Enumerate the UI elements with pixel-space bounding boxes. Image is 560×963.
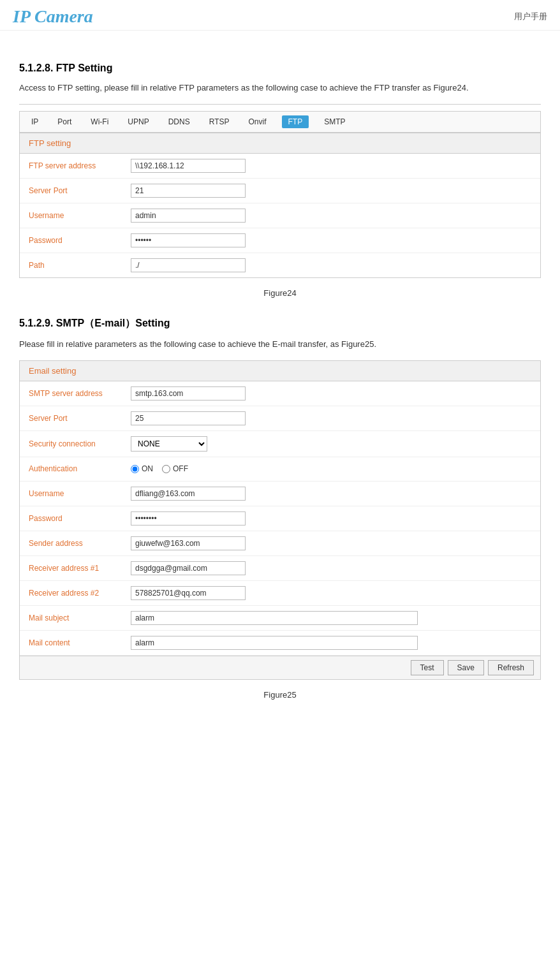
email-settings-title: Email setting — [20, 361, 540, 381]
ftp-section-title: 5.1.2.8. FTP Setting — [19, 62, 541, 74]
tab-ip[interactable]: IP — [27, 115, 42, 128]
ftp-path-value — [131, 258, 246, 272]
security-connection-value: NONE SSL TLS — [131, 436, 207, 452]
smtp-server-address-row: SMTP server address — [20, 381, 540, 406]
ftp-password-value — [131, 233, 246, 247]
mail-content-row: Mail content — [20, 631, 540, 656]
authentication-label: Authentication — [29, 464, 131, 473]
ftp-path-label: Path — [29, 261, 131, 270]
figure25-caption: Figure25 — [19, 690, 541, 700]
ftp-server-port-row: Server Port — [20, 179, 540, 203]
security-connection-row: Security connection NONE SSL TLS — [20, 431, 540, 457]
email-button-row: Test Save Refresh — [20, 656, 540, 679]
ftp-username-input[interactable] — [131, 209, 246, 223]
receiver-address-2-row: Receiver address #2 — [20, 581, 540, 606]
auth-on-radio[interactable] — [131, 465, 139, 473]
page-header: IP Camera 用户手册 — [0, 0, 560, 31]
smtp-section-title: 5.1.2.9. SMTP（E-mail）Setting — [19, 317, 541, 330]
ftp-server-address-input[interactable] — [131, 159, 246, 173]
smtp-username-row: Username — [20, 482, 540, 506]
ftp-username-label: Username — [29, 211, 131, 220]
ftp-settings-title: FTP setting — [20, 133, 540, 154]
ftp-nav-tabs: IP Port Wi-Fi UPNP DDNS RTSP Onvif FTP S… — [19, 111, 541, 133]
security-connection-label: Security connection — [29, 439, 131, 448]
mail-content-value — [131, 636, 418, 650]
email-settings-box: Email setting SMTP server address Server… — [19, 360, 541, 680]
smtp-server-port-value — [131, 411, 246, 425]
smtp-section-desc: Please fill in relative parameters as th… — [19, 338, 541, 351]
mail-subject-row: Mail subject — [20, 606, 540, 631]
ftp-username-row: Username — [20, 203, 540, 228]
mail-content-input[interactable] — [131, 636, 418, 650]
smtp-password-input[interactable] — [131, 511, 246, 526]
ftp-server-address-label: FTP server address — [29, 161, 131, 170]
receiver-address-1-row: Receiver address #1 — [20, 556, 540, 581]
sender-address-input[interactable] — [131, 536, 246, 550]
smtp-password-value — [131, 511, 246, 526]
smtp-server-address-value — [131, 386, 246, 401]
auth-off-label[interactable]: OFF — [162, 464, 188, 473]
ftp-server-address-row: FTP server address — [20, 154, 540, 179]
ftp-password-label: Password — [29, 236, 131, 245]
sender-address-value — [131, 536, 246, 550]
divider-1 — [19, 104, 541, 105]
smtp-server-address-label: SMTP server address — [29, 389, 131, 398]
sender-address-row: Sender address — [20, 531, 540, 556]
smtp-username-label: Username — [29, 489, 131, 498]
mail-subject-value — [131, 611, 418, 625]
authentication-value: ON OFF — [131, 464, 188, 473]
tab-rtsp[interactable]: RTSP — [205, 115, 233, 128]
auth-on-label[interactable]: ON — [131, 464, 153, 473]
ftp-password-row: Password — [20, 228, 540, 253]
save-button[interactable]: Save — [448, 660, 484, 675]
ftp-username-value — [131, 209, 246, 223]
test-button[interactable]: Test — [411, 660, 444, 675]
header-manual: 用户手册 — [514, 11, 547, 22]
ftp-server-address-value — [131, 159, 246, 173]
smtp-server-port-input[interactable] — [131, 411, 246, 425]
ftp-server-port-value — [131, 184, 246, 198]
tab-ddns[interactable]: DDNS — [165, 115, 194, 128]
tab-smtp[interactable]: SMTP — [320, 115, 349, 128]
mail-subject-label: Mail subject — [29, 614, 131, 622]
authentication-radio-group: ON OFF — [131, 464, 188, 473]
tab-onvif[interactable]: Onvif — [245, 115, 270, 128]
authentication-row: Authentication ON OFF — [20, 457, 540, 482]
ftp-path-row: Path — [20, 253, 540, 277]
mail-subject-input[interactable] — [131, 611, 418, 625]
receiver-address-2-value — [131, 586, 246, 600]
auth-off-radio[interactable] — [162, 465, 170, 473]
receiver-address-2-label: Receiver address #2 — [29, 589, 131, 598]
smtp-password-label: Password — [29, 514, 131, 523]
receiver-address-1-value — [131, 561, 246, 575]
ftp-path-input[interactable] — [131, 258, 246, 272]
ftp-section-desc: Access to FTP setting, please fill in re… — [19, 82, 541, 95]
security-connection-select[interactable]: NONE SSL TLS — [131, 436, 207, 452]
smtp-server-port-label: Server Port — [29, 414, 131, 423]
tab-ftp[interactable]: FTP — [282, 115, 309, 128]
smtp-username-value — [131, 487, 246, 501]
smtp-server-port-row: Server Port — [20, 406, 540, 431]
logo: IP Camera — [13, 6, 93, 27]
page-content: 5.1.2.8. FTP Setting Access to FTP setti… — [0, 31, 560, 725]
tab-wifi[interactable]: Wi-Fi — [87, 115, 112, 128]
ftp-server-port-input[interactable] — [131, 184, 246, 198]
receiver-address-1-label: Receiver address #1 — [29, 564, 131, 573]
tab-upnp[interactable]: UPNP — [124, 115, 152, 128]
figure24-caption: Figure24 — [19, 288, 541, 298]
receiver-address-2-input[interactable] — [131, 586, 246, 600]
ftp-settings-box: FTP setting FTP server address Server Po… — [19, 133, 541, 278]
receiver-address-1-input[interactable] — [131, 561, 246, 575]
sender-address-label: Sender address — [29, 539, 131, 548]
smtp-server-address-input[interactable] — [131, 386, 246, 401]
smtp-password-row: Password — [20, 506, 540, 531]
smtp-username-input[interactable] — [131, 487, 246, 501]
ftp-server-port-label: Server Port — [29, 186, 131, 195]
ftp-password-input[interactable] — [131, 233, 246, 247]
tab-port[interactable]: Port — [54, 115, 75, 128]
refresh-button[interactable]: Refresh — [488, 660, 534, 675]
mail-content-label: Mail content — [29, 638, 131, 647]
